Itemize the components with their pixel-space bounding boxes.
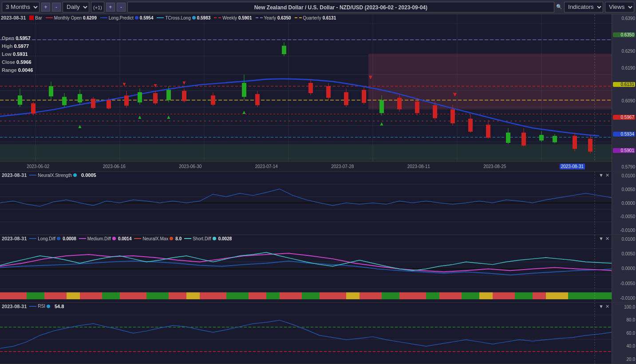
date-label-1: 2023-06-02 xyxy=(27,164,49,169)
svg-rect-134 xyxy=(359,292,382,299)
svg-rect-95 xyxy=(588,139,593,152)
neuralx-collapse-icon[interactable]: ▼ xyxy=(599,172,604,178)
diff-y1: 0.0100 xyxy=(613,237,635,242)
weekly-val: 0.5901 xyxy=(238,16,252,20)
svg-rect-65 xyxy=(211,95,215,105)
svg-rect-138 xyxy=(439,292,462,299)
diff-y4: -0.0050 xyxy=(613,281,635,286)
long-diff-val: 0.0008 xyxy=(63,236,76,241)
diff-date: 2023-08-31 xyxy=(2,236,27,241)
diff-panel: 2023-08-31 Long.Diff 0.0008 Medium.Diff … xyxy=(0,235,636,303)
diff-header: 2023-08-31 Long.Diff 0.0008 Medium.Diff … xyxy=(2,236,232,241)
rsi-chart-svg[interactable] xyxy=(0,303,612,364)
svg-rect-125 xyxy=(186,292,200,299)
period-select[interactable]: 3 Months xyxy=(2,2,40,12)
neuralx-header: 2023-08-31 NeuralX.Strength 0.0005 xyxy=(2,172,96,178)
svg-rect-132 xyxy=(320,292,346,299)
diff-close-icon[interactable]: ✕ xyxy=(605,236,609,242)
date-label-5: 2023-07-28 xyxy=(331,164,354,169)
price-chart-svg[interactable]: ▼ ▼ ▼ ▼ xyxy=(0,14,612,171)
close-val: 0.5966 xyxy=(16,59,32,65)
legend-long-predict-label: Long.Predict xyxy=(109,16,134,20)
y-label-1: 0.6390 xyxy=(613,16,635,21)
indicators-select[interactable]: Indicators xyxy=(564,2,603,12)
rsi-close-icon[interactable]: ✕ xyxy=(605,304,609,309)
svg-rect-42 xyxy=(379,100,384,113)
legend-monthly-label: Monthly Open xyxy=(54,16,82,20)
price-y-axis: 0.6390 0.6350 0.6290 0.6190 0.6131 0.609… xyxy=(612,14,636,171)
date-label-3: 2023-06-30 xyxy=(179,164,201,169)
zoom-plus-btn[interactable]: + xyxy=(106,3,115,12)
short-diff-dot xyxy=(213,237,216,240)
monthly-open-val: 0.6209 xyxy=(83,16,97,20)
toolbar: 3 Months + - Daily (+1) + - New Zealand … xyxy=(0,0,636,14)
rsi-panel: 2023-08-31 RSI 54.8 ▼ ✕ xyxy=(0,303,636,364)
svg-rect-59 xyxy=(153,93,158,103)
svg-text:▲: ▲ xyxy=(379,121,384,127)
long-predict-val: 0.5954 xyxy=(140,16,154,20)
neuralx-max-val: 8.0 xyxy=(175,236,182,241)
short-diff-label: Short.Diff xyxy=(193,236,211,241)
legend-tcross: TCross.Long 0.5983 xyxy=(157,16,210,20)
legend-weekly: Weekly 0.5901 xyxy=(214,16,252,20)
svg-rect-127 xyxy=(226,292,249,299)
views-select[interactable]: Views xyxy=(605,2,634,12)
range-val: 0.0046 xyxy=(18,67,33,73)
svg-rect-131 xyxy=(302,292,320,299)
price-panel-header: 2023-08-31 Bar Monthly Open 0.6209 Long.… xyxy=(1,15,336,20)
legend-bar: Bar xyxy=(29,16,42,20)
diff-collapse-icon[interactable]: ▼ xyxy=(599,236,604,242)
legend-short-diff: Short.Diff 0.0028 xyxy=(184,236,232,241)
neuralx-max-icon xyxy=(134,238,141,239)
svg-rect-130 xyxy=(280,292,302,299)
period-plus-btn[interactable]: + xyxy=(41,3,50,12)
svg-rect-148 xyxy=(0,303,612,364)
svg-rect-73 xyxy=(344,92,348,105)
zoom-minus-btn[interactable]: - xyxy=(117,3,126,12)
svg-rect-82 xyxy=(433,105,437,118)
neuralx-line-icon xyxy=(29,175,36,176)
quarterly-icon xyxy=(295,17,302,18)
neuralx-close-icon[interactable]: ✕ xyxy=(605,172,609,178)
svg-rect-129 xyxy=(266,292,280,299)
svg-rect-69 xyxy=(308,83,313,93)
svg-rect-93 xyxy=(573,136,577,149)
adjust-label: (+1) xyxy=(91,2,104,12)
monthly-open-icon xyxy=(46,17,53,18)
svg-text:▲: ▲ xyxy=(137,114,142,120)
diff-controls: ▼ ✕ xyxy=(599,236,609,242)
svg-rect-117 xyxy=(27,292,44,299)
legend-long-predict: Long.Predict 0.5954 xyxy=(100,16,154,20)
svg-rect-91 xyxy=(521,133,526,145)
svg-rect-140 xyxy=(479,292,493,299)
search-icon[interactable]: 🔍 xyxy=(556,4,562,10)
svg-rect-136 xyxy=(399,292,426,299)
neuralx-chart-svg[interactable] xyxy=(0,172,612,235)
svg-rect-17 xyxy=(368,54,612,110)
neuralx-y-axis: 0.0100 0.0050 0.0000 -0.0050 -0.0100 xyxy=(612,172,636,235)
medium-diff-icon xyxy=(79,238,86,239)
rsi-line-icon xyxy=(29,306,36,307)
price-date: 2023-08-31 xyxy=(1,15,26,20)
neuralx-max-label: NeuralX.Max xyxy=(142,236,168,241)
low-val: 0.5931 xyxy=(13,51,28,57)
svg-rect-89 xyxy=(486,125,490,137)
diff-chart-svg[interactable] xyxy=(0,235,612,302)
period-minus-btn[interactable]: - xyxy=(52,3,61,12)
long-predict-dot xyxy=(135,16,138,20)
open-val: 0.5957 xyxy=(16,35,31,41)
svg-text:▼: ▼ xyxy=(122,81,127,87)
chart-container: 2023-08-31 Bar Monthly Open 0.6209 Long.… xyxy=(0,14,636,364)
svg-rect-143 xyxy=(533,292,546,299)
interval-select[interactable]: Daily xyxy=(63,2,89,12)
svg-rect-26 xyxy=(18,95,22,105)
open-label: Open xyxy=(2,35,14,41)
svg-text:▼: ▼ xyxy=(367,73,374,80)
svg-rect-36 xyxy=(166,90,171,100)
svg-rect-87 xyxy=(468,119,473,132)
neuralx-max-dot xyxy=(170,237,173,240)
rsi-y-axis: 100.0 80.0 60.0 40.0 20.0 xyxy=(612,303,636,364)
rsi-controls: ▼ ✕ xyxy=(599,304,609,309)
svg-rect-146 xyxy=(586,292,612,299)
rsi-collapse-icon[interactable]: ▼ xyxy=(599,304,604,309)
